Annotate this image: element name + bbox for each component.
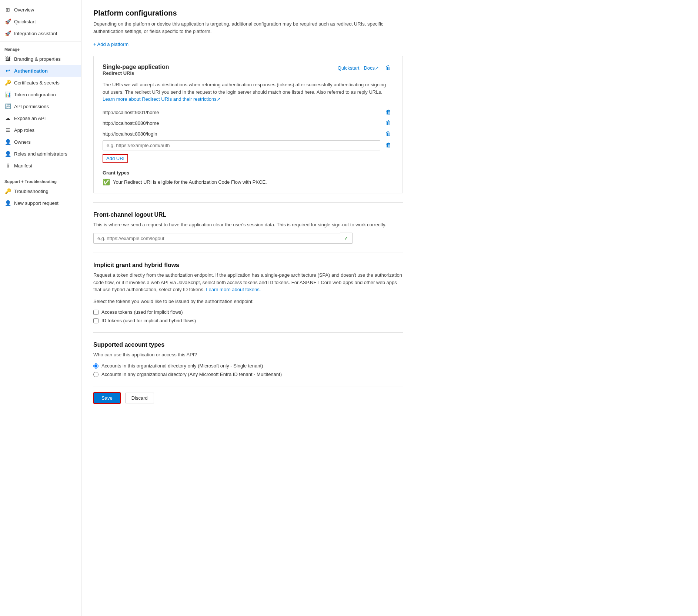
uri-list: http://localhost:9001/home🗑http://localh… [103,108,394,138]
sidebar-label-certificates: Certificates & secrets [14,80,60,86]
sidebar-label-authentication: Authentication [14,68,48,74]
redirect-description: The URIs we will accept as destinations … [103,81,394,103]
sidebar-label-manifest: Manifest [14,163,32,169]
troubleshooting-icon: 🔑 [4,188,11,194]
id-tokens-checkbox[interactable] [93,318,98,323]
single-tenant-label: Accounts in this organizational director… [101,363,263,369]
select-tokens-label: Select the tokens you would like to be i… [93,298,403,305]
access-tokens-checkbox[interactable] [93,310,98,315]
sidebar-item-integration-assistant[interactable]: 🚀Integration assistant [0,27,81,39]
sidebar-item-token-configuration[interactable]: 📊Token configuration [0,89,81,100]
sidebar-support-section: Support + Troubleshooting [0,174,81,185]
overview-icon: ⊞ [4,6,11,13]
supported-accounts-section: Supported account types Who can use this… [93,342,403,377]
sidebar-label-troubleshooting: Troubleshooting [14,189,49,194]
sidebar-item-quickstart[interactable]: 🚀Quickstart [0,16,81,27]
front-channel-section: Front-channel logout URL This is where w… [93,212,403,244]
main-content-area: Platform configurations Depending on the… [81,0,698,616]
discard-button[interactable]: Discard [125,393,154,403]
add-uri-button[interactable]: Add URI [103,154,128,163]
authentication-icon: ↩ [4,67,11,74]
page-description: Depending on the platform or device this… [93,20,403,35]
id-tokens-label: ID tokens (used for implicit and hybrid … [101,318,196,323]
radio-row-multi-tenant: Accounts in any organizational directory… [93,372,403,377]
sidebar-manage-section: Manage [0,41,81,53]
quickstart-link[interactable]: Quickstart [338,65,360,71]
platform-subtitle: Redirect URIs [103,70,169,76]
delete-uri-0-button[interactable]: 🗑 [383,108,394,116]
success-icon: ✅ [103,179,110,186]
save-button[interactable]: Save [93,392,121,404]
sidebar-label-new-support: New support request [14,200,59,206]
sidebar-label-roles-admins: Roles and administrators [14,151,67,157]
delete-uri-1-button[interactable]: 🗑 [383,119,394,127]
sidebar-item-branding[interactable]: 🖼Branding & properties [0,53,81,65]
implicit-grant-title: Implicit grant and hybrid flows [93,262,403,269]
uri-input[interactable] [103,140,380,150]
manifest-icon: ℹ [4,162,11,169]
access-tokens-label: Access tokens (used for implicit flows) [101,309,183,315]
sidebar-item-authentication[interactable]: ↩Authentication [0,65,81,77]
trash-icon-input: 🗑 [385,142,391,148]
single-tenant-radio[interactable] [93,363,98,369]
roles-admins-icon: 👤 [4,150,11,157]
redirect-learn-more-link[interactable]: Learn more about Redirect URIs and their… [103,96,221,102]
docs-link[interactable]: Docs↗ [364,65,379,71]
sidebar-label-owners: Owners [14,139,31,145]
implicit-grant-desc: Request a token directly from the author… [93,272,403,293]
platform-card-header: Single-page application Redirect URIs Qu… [103,64,394,80]
front-channel-title: Front-channel logout URL [93,212,403,218]
uri-input-row: 🗑 [103,140,394,150]
supported-accounts-title: Supported account types [93,342,403,348]
platform-actions: Quickstart Docs↗ 🗑 [338,64,394,72]
front-channel-desc: This is where we send a request to have … [93,221,403,229]
sidebar-label-branding: Branding & properties [14,56,61,62]
uri-text-2: http://localhost:8080/login [103,130,380,138]
radio-row-single-tenant: Accounts in this organizational director… [93,363,403,369]
who-can-use-label: Who can use this application or access t… [93,351,403,359]
uri-input-delete-button[interactable]: 🗑 [383,141,394,149]
owners-icon: 👤 [4,139,11,145]
uri-text-1: http://localhost:8080/home [103,119,380,127]
sidebar-item-overview[interactable]: ⊞Overview [0,4,81,16]
uri-row-1: http://localhost:8080/home🗑 [103,119,394,127]
learn-more-tokens-link[interactable]: Learn more about tokens. [206,287,261,292]
divider-1 [93,202,403,203]
quickstart-icon: 🚀 [4,18,11,25]
logout-url-input[interactable] [93,233,340,244]
sidebar-item-app-roles[interactable]: ☰App roles [0,124,81,136]
grant-success-text: Your Redirect URI is eligible for the Au… [113,179,267,185]
sidebar-item-manifest[interactable]: ℹManifest [0,160,81,172]
sidebar-item-api-permissions[interactable]: 🔄API permissions [0,100,81,112]
multi-tenant-radio[interactable] [93,372,98,377]
sidebar-label-quickstart: Quickstart [14,19,36,24]
sidebar-label-app-roles: App roles [14,127,34,133]
divider-3 [93,332,403,333]
new-support-icon: 👤 [4,200,11,206]
implicit-grant-section: Implicit grant and hybrid flows Request … [93,262,403,323]
sidebar-item-roles-admins[interactable]: 👤Roles and administrators [0,148,81,160]
platform-delete-button[interactable]: 🗑 [383,64,394,72]
token-configuration-icon: 📊 [4,91,11,98]
platform-title: Single-page application [103,64,169,70]
sidebar-item-expose-api[interactable]: ☁Expose an API [0,112,81,124]
sidebar-item-troubleshooting[interactable]: 🔑Troubleshooting [0,185,81,197]
checkbox-row-id-tokens: ID tokens (used for implicit and hybrid … [93,318,403,323]
sidebar-label-token-configuration: Token configuration [14,92,56,97]
add-platform-button[interactable]: + Add a platform [93,40,128,49]
sidebar: ⊞Overview🚀Quickstart🚀Integration assista… [0,0,81,616]
trash-icon: 🗑 [385,64,391,71]
sidebar-item-new-support[interactable]: 👤New support request [0,197,81,209]
sidebar-label-api-permissions: API permissions [14,104,49,109]
delete-uri-2-button[interactable]: 🗑 [383,130,394,138]
sidebar-label-expose-api: Expose an API [14,116,46,121]
sidebar-item-owners[interactable]: 👤Owners [0,136,81,148]
sidebar-item-certificates[interactable]: 🔑Certificates & secrets [0,77,81,89]
expose-api-icon: ☁ [4,115,11,121]
grant-types-title: Grant types [103,170,394,176]
platform-header-left: Single-page application Redirect URIs [103,64,169,80]
account-type-options: Accounts in this organizational director… [93,363,403,377]
certificates-icon: 🔑 [4,79,11,86]
grant-success-message: ✅ Your Redirect URI is eligible for the … [103,179,394,186]
checkbox-row-access-tokens: Access tokens (used for implicit flows) [93,309,403,315]
